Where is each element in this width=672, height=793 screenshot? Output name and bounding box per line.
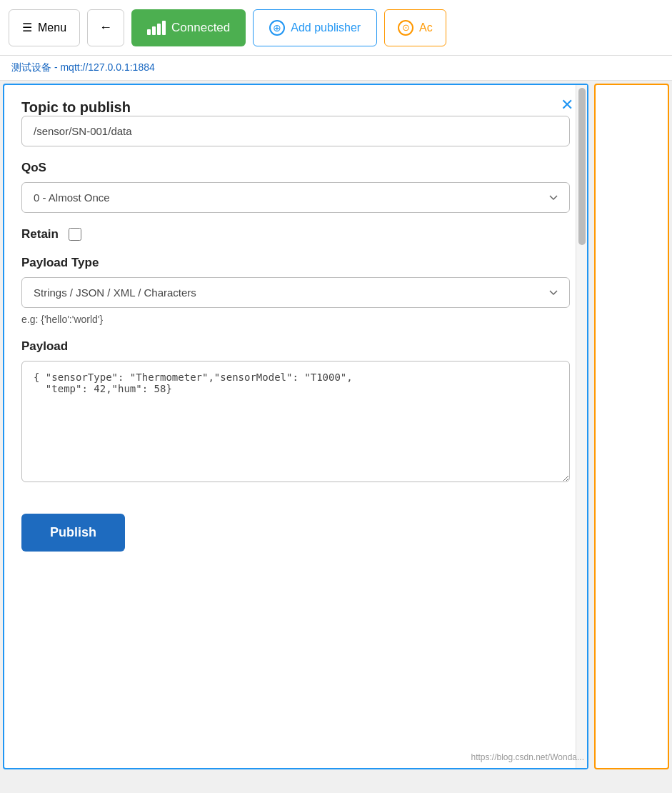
- connection-text: 测试设备 - mqtt://127.0.0.1:1884: [11, 61, 155, 73]
- right-panel: [594, 84, 669, 769]
- back-button[interactable]: ←: [87, 9, 124, 46]
- menu-button[interactable]: ☰ Menu: [9, 9, 80, 46]
- back-icon: ←: [99, 20, 112, 35]
- bottom-url: https://blog.csdn.net/Wonda...: [471, 752, 584, 762]
- retain-label: Retain: [21, 227, 59, 241]
- add-publisher-label: Add publisher: [291, 21, 361, 34]
- publish-button[interactable]: Publish: [21, 514, 125, 552]
- retain-row: Retain: [21, 227, 570, 241]
- add-subscriber-icon: ⊙: [398, 20, 413, 36]
- payload-type-select[interactable]: Strings / JSON / XML / Characters Base64…: [21, 277, 570, 308]
- add-publisher-button[interactable]: ⊕ Add publisher: [253, 9, 377, 46]
- qos-section: QoS 0 - Almost Once 1 - At Least Once 2 …: [21, 161, 570, 213]
- bottom-overlay: https://blog.csdn.net/Wonda...: [471, 752, 584, 762]
- payload-section: Payload { "sensorType": "Thermometer","s…: [21, 339, 570, 485]
- publisher-panel: ✕ Topic to publish QoS 0 - Almost Once 1…: [3, 84, 588, 769]
- payload-textarea[interactable]: { "sensorType": "Thermometer","sensorMod…: [21, 361, 570, 482]
- add-publisher-icon: ⊕: [269, 20, 285, 36]
- scrollbar[interactable]: [576, 85, 587, 768]
- navbar: ☰ Menu ← Connected ⊕ Add publisher ⊙ Ac: [0, 0, 672, 56]
- menu-label: Menu: [38, 21, 66, 34]
- signal-icon: [147, 21, 166, 35]
- publish-label: Publish: [50, 525, 96, 539]
- close-icon: ✕: [561, 96, 573, 114]
- retain-checkbox[interactable]: [69, 228, 81, 241]
- qos-label: QoS: [21, 161, 570, 175]
- payload-type-section: Payload Type Strings / JSON / XML / Char…: [21, 256, 570, 325]
- connected-label: Connected: [171, 21, 230, 35]
- scrollbar-thumb[interactable]: [578, 88, 586, 245]
- topic-label: Topic to publish: [21, 99, 131, 115]
- add-subscriber-button[interactable]: ⊙ Ac: [384, 9, 446, 46]
- payload-type-label: Payload Type: [21, 256, 570, 270]
- topic-input[interactable]: [21, 116, 570, 146]
- qos-select[interactable]: 0 - Almost Once 1 - At Least Once 2 - Ex…: [21, 182, 570, 213]
- connected-button[interactable]: Connected: [131, 9, 246, 46]
- connection-bar: 测试设备 - mqtt://127.0.0.1:1884: [0, 56, 672, 81]
- topic-section: Topic to publish: [21, 99, 570, 146]
- payload-hint: e.g: {'hello':'world'}: [21, 314, 570, 325]
- add-subscriber-label: Ac: [419, 21, 433, 34]
- main-content: ✕ Topic to publish QoS 0 - Almost Once 1…: [0, 81, 672, 772]
- menu-icon: ☰: [22, 21, 32, 34]
- payload-label: Payload: [21, 339, 570, 354]
